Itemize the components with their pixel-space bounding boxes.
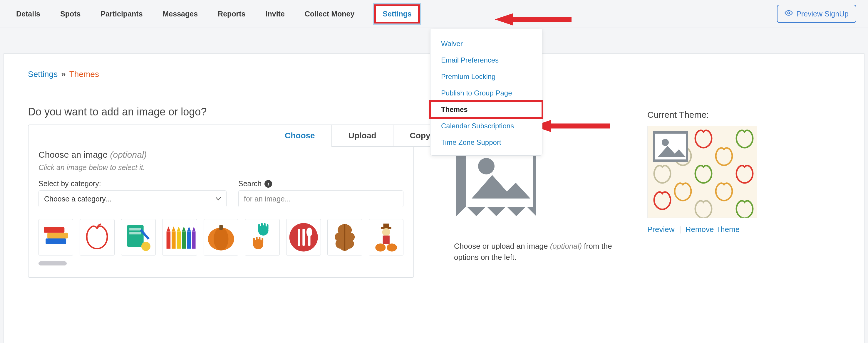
current-theme-actions: Preview | Remove Theme: [647, 225, 852, 234]
image-tab-frame: Choose Upload Copy Choose an image (opti…: [28, 125, 414, 278]
nav-tab-participants[interactable]: Participants: [100, 10, 143, 18]
svg-point-46: [375, 243, 385, 251]
svg-marker-2: [533, 120, 610, 132]
thumb-crayons[interactable]: [162, 219, 197, 255]
thumbnail-scrollbar[interactable]: [38, 261, 67, 266]
eye-icon: [784, 9, 793, 19]
svg-rect-32: [253, 238, 255, 243]
arrow-to-settings-icon: [495, 13, 571, 26]
current-theme-heading: Current Theme:: [647, 110, 852, 120]
nav-tabs: Details Spots Participants Messages Repo…: [16, 4, 420, 24]
nav-tab-reports[interactable]: Reports: [218, 10, 245, 18]
svg-point-49: [478, 158, 495, 174]
preview-theme-link[interactable]: Preview: [647, 225, 674, 234]
menu-item-calendar-subscriptions[interactable]: Calendar Subscriptions: [431, 118, 542, 134]
top-nav-bar: Details Spots Participants Messages Repo…: [0, 0, 868, 28]
nav-tab-messages[interactable]: Messages: [163, 10, 198, 18]
svg-rect-17: [182, 232, 186, 249]
svg-rect-21: [192, 232, 196, 249]
svg-rect-11: [166, 232, 171, 249]
menu-item-waiver[interactable]: Waiver: [431, 36, 542, 52]
thumb-scarecrow[interactable]: [369, 219, 403, 255]
theme-action-separator: |: [679, 225, 681, 234]
svg-rect-29: [264, 223, 266, 230]
placeholder-text-a: Choose or upload an image: [454, 242, 550, 250]
choose-image-instruction: Click an image below to select it.: [38, 163, 403, 172]
thumb-notebook-ideas[interactable]: [121, 219, 156, 255]
preview-signup-button[interactable]: Preview SignUp: [777, 5, 856, 23]
thumb-apple-outline[interactable]: [80, 219, 114, 255]
optional-label: (optional): [110, 150, 147, 160]
placeholder-optional: (optional): [550, 242, 582, 250]
current-theme-thumbnail: [647, 126, 757, 218]
tab-upload[interactable]: Upload: [332, 125, 394, 147]
search-input[interactable]: [238, 190, 403, 207]
nav-tab-details[interactable]: Details: [16, 10, 40, 18]
choose-image-heading-text: Choose an image: [38, 150, 107, 160]
svg-marker-22: [192, 227, 196, 231]
svg-rect-6: [127, 225, 144, 247]
breadcrumb-separator: »: [61, 70, 66, 79]
image-chooser-heading: Do you want to add an image or logo?: [28, 106, 421, 118]
menu-item-email-preferences[interactable]: Email Preferences: [431, 52, 542, 68]
thumb-books[interactable]: [38, 219, 73, 255]
svg-rect-5: [44, 227, 64, 233]
select-category-label: Select by category:: [38, 179, 226, 188]
svg-marker-14: [172, 227, 176, 231]
svg-marker-18: [182, 227, 186, 231]
image-tabs: Choose Upload Copy: [268, 125, 447, 147]
nav-tab-collect-money[interactable]: Collect Money: [305, 10, 354, 18]
svg-rect-28: [261, 223, 263, 230]
thumb-pumpkin[interactable]: [204, 219, 238, 255]
svg-rect-27: [258, 224, 260, 230]
svg-rect-40: [308, 235, 310, 246]
choose-image-heading: Choose an image (optional): [38, 150, 403, 160]
category-select[interactable]: Choose a category...: [38, 190, 226, 207]
svg-point-24: [214, 228, 228, 250]
breadcrumb-themes: Themes: [69, 70, 99, 79]
menu-item-themes[interactable]: Themes: [431, 101, 542, 118]
menu-item-themes-label: Themes: [441, 105, 468, 113]
svg-rect-19: [187, 232, 191, 249]
svg-rect-3: [45, 238, 66, 244]
menu-item-publish-group-page[interactable]: Publish to Group Page: [431, 85, 542, 101]
nav-tab-invite[interactable]: Invite: [266, 10, 285, 18]
svg-rect-38: [302, 229, 305, 246]
thumb-oak-leaf[interactable]: [327, 219, 362, 255]
menu-item-premium-locking[interactable]: Premium Locking: [431, 68, 542, 85]
nav-tab-settings[interactable]: Settings: [382, 10, 412, 18]
svg-rect-35: [261, 238, 263, 243]
tab-choose[interactable]: Choose: [268, 125, 332, 147]
svg-rect-30: [267, 224, 269, 230]
svg-rect-15: [177, 232, 181, 249]
svg-rect-25: [219, 225, 223, 230]
svg-rect-7: [129, 228, 141, 231]
info-icon[interactable]: i: [265, 180, 272, 187]
image-thumbnail-row: [38, 219, 403, 255]
preview-signup-label: Preview SignUp: [796, 10, 848, 18]
search-label: Search i: [238, 179, 403, 188]
arrow-to-themes-icon: [533, 119, 610, 132]
image-placeholder-text: Choose or upload an image (optional) fro…: [454, 241, 630, 263]
svg-marker-20: [187, 227, 191, 231]
svg-rect-42: [383, 224, 389, 228]
svg-rect-8: [129, 232, 141, 235]
svg-rect-37: [298, 229, 300, 246]
svg-point-44: [382, 228, 390, 236]
thumb-handprints[interactable]: [245, 219, 279, 255]
svg-rect-33: [256, 237, 258, 243]
svg-rect-45: [382, 236, 389, 244]
svg-point-9: [141, 242, 150, 251]
svg-point-47: [387, 243, 397, 251]
svg-marker-1: [495, 13, 571, 25]
search-label-text: Search: [238, 179, 261, 188]
remove-theme-link[interactable]: Remove Theme: [685, 225, 740, 234]
nav-tab-settings-highlight: Settings: [374, 4, 420, 24]
nav-tab-spots[interactable]: Spots: [60, 10, 81, 18]
thumb-cutlery[interactable]: [286, 219, 321, 255]
svg-rect-34: [259, 237, 260, 243]
menu-item-time-zone-support[interactable]: Time Zone Support: [431, 134, 542, 151]
svg-point-0: [788, 12, 790, 14]
svg-point-53: [662, 139, 669, 146]
breadcrumb-settings[interactable]: Settings: [28, 70, 58, 79]
